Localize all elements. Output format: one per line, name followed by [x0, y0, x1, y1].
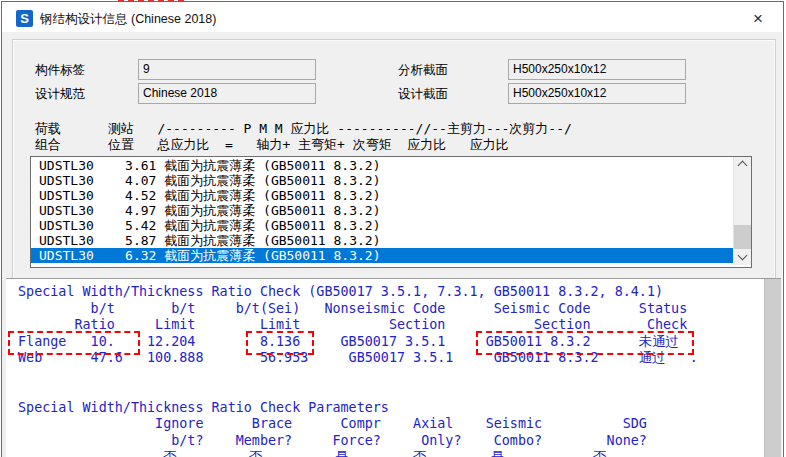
scroll-up-button[interactable]	[734, 157, 751, 172]
list-rows: UDSTL30 3.61 截面为抗震薄柔 (GB50011 8.3.2) UDS…	[31, 158, 733, 263]
list-row[interactable]: UDSTL30 5.87 截面为抗震薄柔 (GB50011 8.3.2)	[31, 233, 733, 248]
detail-line-blank	[10, 383, 698, 400]
details-text-area[interactable]: Special Width/Thickness Ratio Check (GB5…	[6, 278, 781, 457]
detail-line-title: Special Width/Thickness Ratio Check (GB5…	[10, 284, 698, 301]
list-row[interactable]: UDSTL30 5.42 截面为抗震薄柔 (GB50011 8.3.2)	[31, 218, 733, 233]
list-row[interactable]: UDSTL30 4.97 截面为抗震薄柔 (GB50011 8.3.2)	[31, 203, 733, 218]
close-icon: ×	[753, 9, 763, 28]
design-section-field[interactable]: H500x250x10x12	[508, 83, 686, 104]
list-header-line2: 组合 位置 总应力比 = 轴力+ 主弯矩+ 次弯矩 应力比 应力比	[35, 137, 509, 152]
detail-line-params-header2: b/t? Member? Force? Only? Combo? None?	[10, 433, 698, 450]
member-label-label: 构件标签	[35, 62, 85, 79]
stations-listbox[interactable]: UDSTL30 3.61 截面为抗震薄柔 (GB50011 8.3.2) UDS…	[30, 156, 752, 268]
scroll-down-button[interactable]	[734, 250, 751, 265]
detail-line-params-values: 否 . 否 . 是 . 否 . 是 . 否 .	[10, 449, 698, 457]
design-code-label: 设计规范	[35, 86, 85, 103]
chevron-down-icon	[738, 251, 748, 261]
member-label-field[interactable]: 9	[138, 59, 316, 80]
close-button[interactable]: ×	[742, 9, 774, 29]
design-code-field[interactable]: Chinese 2018	[138, 83, 316, 104]
top-annotation-dash	[118, 0, 184, 5]
details-scrollbar[interactable]	[764, 279, 781, 457]
detail-line-params-title: Special Width/Thickness Ratio Check Para…	[10, 400, 698, 417]
list-header-line1: 荷载 测站 /--------- P M M 应力比 ----------//-…	[35, 121, 572, 136]
analysis-section-field[interactable]: H500x250x10x12	[508, 59, 686, 80]
list-row-selected[interactable]: UDSTL30 6.32 截面为抗震薄柔 (GB50011 8.3.2)	[31, 248, 733, 263]
app-logo-icon: S	[16, 10, 33, 27]
annotation-box-flange-ratio	[8, 331, 140, 355]
detail-line-blank	[10, 367, 698, 384]
detail-line-header1: b/t b/t b/t(Sei) Nonseismic Code Seismic…	[10, 301, 698, 318]
window-title: 钢结构设计信息 (Chinese 2018)	[40, 11, 216, 28]
list-scrollbar[interactable]	[733, 157, 751, 265]
list-row[interactable]: UDSTL30 4.07 截面为抗震薄柔 (GB50011 8.3.2)	[31, 173, 733, 188]
analysis-section-label: 分析截面	[398, 62, 448, 79]
screen: S 钢结构设计信息 (Chinese 2018) × 构件标签 9 设计规范 C…	[0, 0, 786, 457]
list-row[interactable]: UDSTL30 3.61 截面为抗震薄柔 (GB50011 8.3.2)	[31, 158, 733, 173]
chevron-up-icon	[738, 161, 748, 171]
scrollbar-thumb[interactable]	[734, 225, 751, 249]
annotation-box-seismic-status	[476, 331, 694, 355]
details-text: Special Width/Thickness Ratio Check (GB5…	[10, 284, 698, 457]
list-row[interactable]: UDSTL30 4.52 截面为抗震薄柔 (GB50011 8.3.2)	[31, 188, 733, 203]
titlebar: S 钢结构设计信息 (Chinese 2018) ×	[2, 2, 782, 32]
detail-line-params-header1: Ignore Brace Compr Axial Seismic SDG	[10, 416, 698, 433]
design-section-label: 设计截面	[398, 86, 448, 103]
annotation-box-bt-sei-limit	[246, 331, 314, 355]
